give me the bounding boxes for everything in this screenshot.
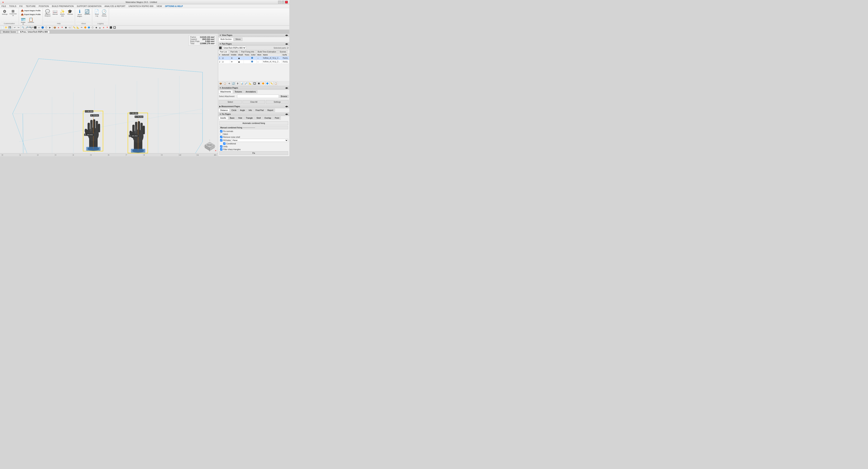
tab-basic[interactable]: Basic — [228, 116, 236, 120]
ri-btn-8[interactable]: 📐 — [248, 82, 252, 85]
tb2-arr4[interactable]: ⬛ — [109, 26, 113, 29]
clear-all-button[interactable]: Clear All — [243, 100, 265, 104]
tutorials-button[interactable]: 🎓 Tutorials — [66, 9, 74, 16]
menu-item-fix[interactable]: FIX — [18, 4, 24, 8]
tb2-shape5[interactable]: ◁ — [68, 26, 71, 29]
menu-item-support-generation[interactable]: SUPPORT GENERATION — [75, 4, 103, 8]
tab-shell[interactable]: Shell — [255, 116, 262, 120]
tab-part-fixing-info[interactable]: Part Fixing Info — [240, 50, 256, 53]
ri-btn-9[interactable]: 🔲 — [253, 82, 256, 85]
ri-btn-14[interactable]: 📋 — [274, 82, 278, 85]
tab-annotations[interactable]: Annotations — [244, 90, 257, 93]
tab-point[interactable]: Point — [273, 116, 281, 120]
tb2-arr3[interactable]: 🔻 — [105, 26, 109, 29]
settings-button-ann[interactable]: Settings — [266, 100, 288, 104]
ri-btn-4[interactable]: 🔄 — [231, 82, 235, 85]
tb2-tri2[interactable]: 🔷 — [87, 26, 91, 29]
fix-button[interactable]: Fix — [219, 151, 288, 155]
settings-button[interactable]: ⚙ Settings — [1, 9, 8, 16]
table-row[interactable]: 2☑👁◼○hollow_of_탁상_2_cut_1_175431. — [218, 60, 289, 64]
tab-slices[interactable]: Slices — [234, 38, 243, 41]
select-button[interactable]: Select — [219, 100, 242, 104]
ri-btn-12[interactable]: 🔷 — [266, 82, 269, 85]
support-request-button[interactable]: 💬 SupportRequest — [44, 9, 51, 18]
tab-info[interactable]: Info — [247, 109, 254, 112]
tab-scenes[interactable]: Scenes — [278, 50, 288, 53]
whats-new-button[interactable]: ✨ What'snew — [59, 9, 66, 18]
menu-item-options-help[interactable]: OPTIONS & HELP — [163, 4, 184, 8]
ann-select-input[interactable] — [237, 94, 279, 98]
tab-part-list[interactable]: Part List — [218, 50, 229, 53]
tb2-shape1[interactable]: 📦 — [53, 26, 57, 29]
view-pages-header[interactable]: ▼ View Pages ◀▶ — [218, 34, 289, 37]
ri-btn-1[interactable]: 📦 — [219, 82, 223, 85]
tb2-measure1[interactable]: 📏 — [72, 26, 76, 29]
conditional-checkbox[interactable] — [223, 142, 225, 145]
tb2-measure2[interactable]: 📐 — [76, 26, 80, 29]
ri-btn-2[interactable]: 📋 — [223, 82, 227, 85]
tab-proc[interactable]: 8.Proc.: UnionTech RSPro 800 — [18, 30, 50, 33]
menu-item-uniontech[interactable]: UNIONTECH RSPRO 800 — [127, 4, 155, 8]
tab-report[interactable]: Report — [266, 109, 275, 112]
tab-hole[interactable]: Hole — [237, 116, 244, 120]
tb2-dia[interactable]: ◆ — [94, 26, 98, 29]
menu-item-analyze-report[interactable]: ANALYZE & REPORT — [103, 4, 127, 8]
tab-attachments[interactable]: Attachments — [219, 90, 233, 93]
menu-item-file[interactable]: FILE — [0, 4, 7, 8]
tab-textures[interactable]: Textures — [233, 90, 244, 93]
ri-btn-6[interactable]: 📊 — [240, 82, 244, 85]
ri-btn-11[interactable]: 🔶 — [261, 82, 265, 85]
fill-holes-select[interactable]: Planar — [231, 139, 288, 142]
menu-item-position[interactable]: POSITION — [37, 4, 51, 8]
nav-cube[interactable]: FRONT ↑ ↓ ← → ✕ — [203, 138, 216, 152]
tb2-tri1[interactable]: 🔶 — [84, 26, 87, 29]
close-button[interactable]: ✕ — [285, 1, 288, 3]
tb2-open[interactable]: 📁 — [4, 26, 8, 29]
tb2-draw1[interactable]: ✏ — [80, 26, 83, 29]
fix-pages-header[interactable]: ▼ Fix Pages ◀▶ — [218, 113, 289, 116]
unify-checkbox[interactable] — [220, 145, 222, 148]
viewport[interactable]: │ — [0, 34, 218, 156]
tb2-arr5[interactable]: 🔲 — [113, 26, 116, 29]
tb2-view4[interactable]: ⬡ — [44, 26, 48, 29]
annotation-pages-header[interactable]: ▼ Annotation Pages ◀▶ — [218, 86, 289, 90]
ri-btn-10[interactable]: 🔳 — [257, 82, 261, 85]
licenses-button[interactable]: 📋 Licenses — [27, 17, 35, 26]
tab-final-part[interactable]: Final Part — [254, 109, 266, 112]
customize-ui-button[interactable]: ⊞ CustomizeUI — [9, 9, 18, 17]
about-magics-button[interactable]: ℹ AboutMagics — [76, 9, 83, 18]
fix-normals-checkbox[interactable] — [220, 130, 222, 133]
tb2-save[interactable]: 💾 — [8, 26, 11, 29]
tb2-shape4[interactable]: ◼ — [64, 26, 67, 29]
ri-btn-13[interactable]: 📏 — [270, 82, 274, 85]
tb2-undo[interactable]: ↩ — [13, 26, 17, 29]
ri-btn-3[interactable]: ⊞ — [227, 82, 231, 85]
tb2-new[interactable]: 📄 — [1, 26, 4, 29]
window-controls[interactable]: ─ □ ✕ — [278, 1, 288, 3]
tb2-shape3[interactable]: 🔻 — [60, 26, 64, 29]
show-history-button[interactable]: 🕑 ShowHistory — [101, 9, 107, 18]
ri-btn-5[interactable]: 🗑 — [236, 82, 240, 85]
tab-distance[interactable]: Distance — [219, 109, 229, 112]
3d-scene[interactable]: │ — [0, 34, 218, 156]
tab-autofix[interactable]: Autofix — [219, 116, 228, 120]
tb2-arr1[interactable]: ▲ — [98, 26, 102, 29]
ri-btn-7[interactable]: 🔎 — [244, 82, 248, 85]
tab-build-time[interactable]: Build Time Estimation — [256, 50, 278, 53]
maximize-button[interactable]: □ — [282, 1, 284, 3]
updates-button[interactable]: 🔄 Updates — [84, 9, 91, 16]
auto-fix-button[interactable]: Automatic combined fixing — [219, 121, 288, 125]
manual-button[interactable]: 📖 Manual — [52, 9, 59, 16]
table-row[interactable]: 1☑👁◼○hollow_of_탁상_2_cut_175431. — [218, 56, 289, 60]
machine-select[interactable]: UnionTech RSPro 800 — [223, 46, 246, 50]
show-log-button[interactable]: 📄 ShowLog — [93, 9, 100, 18]
part-pages-header[interactable]: ▼ Part Pages ◀▶ — [218, 42, 289, 46]
ann-browse-button[interactable]: Browse — [279, 95, 288, 98]
tab-angle[interactable]: Angle — [238, 109, 247, 112]
tb2-shape2[interactable]: 🔺 — [57, 26, 60, 29]
tab-overlap[interactable]: Overlap — [263, 116, 273, 120]
navcube-close[interactable]: ✕ — [215, 150, 216, 152]
tab-multi-section[interactable]: Multi-Section — [219, 38, 234, 41]
tab-modeler-scene[interactable]: Modeler Scene — [1, 30, 18, 33]
menu-item-tools[interactable]: TOOLS — [7, 4, 18, 8]
